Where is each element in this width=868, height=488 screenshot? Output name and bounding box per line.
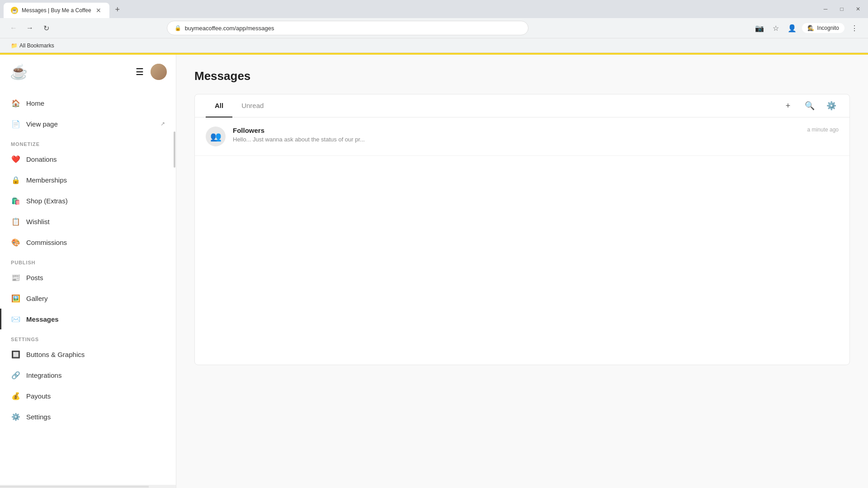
home-icon: 🏠: [11, 98, 21, 108]
main-content: Messages All Unread +: [176, 55, 868, 488]
sidebar-item-messages-label: Messages: [26, 315, 59, 323]
close-button[interactable]: ✕: [852, 3, 864, 15]
search-icon: 🔍: [805, 101, 815, 111]
integrations-icon: 🔗: [11, 370, 21, 380]
message-body: Followers Hello... Just wanna ask about …: [233, 127, 800, 143]
tab-close-icon[interactable]: ✕: [95, 7, 102, 14]
sidebar-item-home-label: Home: [26, 99, 44, 107]
incognito-badge[interactable]: 🕵️ Incognito: [802, 23, 844, 33]
address-bar[interactable]: 🔒 buymeacoffee.com/app/messages: [167, 21, 528, 35]
publish-section-label: PUBLISH: [0, 253, 176, 267]
menu-icon[interactable]: ⋮: [848, 22, 861, 34]
app-layout: ☕ ☰ 🏠 Home 📄 View page ↗: [0, 55, 868, 488]
sidebar-item-commissions[interactable]: 🎨 Commissions: [0, 232, 176, 253]
reload-button[interactable]: ↻: [40, 22, 52, 34]
messages-icon: ✉️: [11, 314, 21, 324]
sidebar-item-memberships[interactable]: 🔒 Memberships: [0, 169, 176, 190]
settings-icon: ⚙️: [11, 412, 21, 422]
message-item[interactable]: 👥 Followers Hello... Just wanna ask abou…: [195, 117, 849, 156]
logo-icon: ☕: [10, 63, 28, 80]
sidebar-item-commissions-label: Commissions: [26, 239, 67, 246]
avatar-image: [151, 64, 167, 80]
sidebar-item-payouts[interactable]: 💰 Payouts: [0, 385, 176, 406]
hamburger-icon: ☰: [136, 66, 144, 77]
sidebar-scrollbar: [173, 55, 176, 488]
tab-all[interactable]: All: [206, 94, 232, 117]
search-messages-button[interactable]: 🔍: [802, 99, 817, 113]
sidebar-item-memberships-label: Memberships: [26, 176, 67, 184]
sidebar: ☕ ☰ 🏠 Home 📄 View page ↗: [0, 55, 176, 488]
messages-container: All Unread + 🔍 ⚙️: [194, 94, 850, 365]
page-icon: 📄: [11, 119, 21, 129]
add-icon: +: [786, 101, 791, 111]
sidebar-item-posts-label: Posts: [26, 274, 43, 282]
add-message-button[interactable]: +: [781, 99, 795, 113]
logo[interactable]: ☕: [9, 62, 29, 82]
followers-avatar-icon: 👥: [210, 131, 222, 142]
sidebar-item-view-page-label: View page: [26, 120, 58, 128]
lock-icon: 🔒: [175, 25, 181, 31]
sidebar-item-shop[interactable]: 🛍️ Shop (Extras): [0, 190, 176, 211]
sidebar-item-integrations-label: Integrations: [26, 371, 61, 379]
main-inner: Messages All Unread +: [176, 55, 868, 488]
sidebar-item-home[interactable]: 🏠 Home: [0, 93, 176, 113]
messages-tabs: All Unread: [206, 94, 781, 117]
sidebar-header-actions: ☰: [132, 64, 167, 80]
messages-gear-icon: ⚙️: [826, 101, 836, 111]
message-sender: Followers: [233, 127, 800, 134]
new-tab-button[interactable]: +: [111, 3, 124, 16]
sidebar-item-donations[interactable]: ❤️ Donations: [0, 149, 176, 169]
back-button[interactable]: ←: [7, 22, 20, 34]
active-tab[interactable]: ☕ Messages | Buy Me a Coffee ✕: [4, 3, 109, 18]
sidebar-item-wishlist[interactable]: 📋 Wishlist: [0, 211, 176, 232]
extension-camera-icon[interactable]: 📷: [753, 22, 766, 34]
incognito-icon: 🕵️: [807, 25, 814, 31]
wishlist-icon: 📋: [11, 216, 21, 226]
sidebar-item-integrations[interactable]: 🔗 Integrations: [0, 365, 176, 385]
gallery-icon: 🖼️: [11, 293, 21, 303]
buttons-graphics-icon: 🔲: [11, 349, 21, 359]
sidebar-item-view-page[interactable]: 📄 View page ↗: [0, 113, 176, 134]
memberships-icon: 🔒: [11, 175, 21, 185]
sidebar-scrollbar-thumb: [174, 131, 175, 168]
sidebar-nav: 🏠 Home 📄 View page ↗ MONETIZE ❤️ Donatio…: [0, 89, 176, 485]
nav-bar: ← → ↻ 🔒 buymeacoffee.com/app/messages 📷 …: [0, 18, 868, 38]
message-preview: Hello... Just wanna ask about the status…: [233, 136, 800, 143]
hamburger-button[interactable]: ☰: [132, 65, 147, 79]
sidebar-item-messages[interactable]: ✉️ Messages: [0, 309, 176, 329]
settings-section-label: SETTINGS: [0, 329, 176, 344]
sidebar-bottom-scroll: [0, 485, 176, 488]
message-time: a minute ago: [807, 127, 839, 133]
tab-favicon: ☕: [11, 7, 18, 14]
browser-actions: 📷 ☆ 👤 🕵️ Incognito ⋮: [753, 22, 861, 34]
commissions-icon: 🎨: [11, 237, 21, 247]
sidebar-bottom-scroll-inner: [0, 486, 149, 488]
sidebar-header: ☕ ☰: [0, 55, 176, 89]
sidebar-item-settings-label: Settings: [26, 413, 51, 421]
minimize-button[interactable]: ─: [819, 3, 832, 15]
sidebar-item-payouts-label: Payouts: [26, 392, 51, 400]
messages-header: All Unread + 🔍 ⚙️: [195, 94, 849, 117]
tab-unread[interactable]: Unread: [232, 94, 273, 117]
sidebar-item-gallery[interactable]: 🖼️ Gallery: [0, 288, 176, 309]
payouts-icon: 💰: [11, 391, 21, 401]
shop-icon: 🛍️: [11, 196, 21, 206]
all-bookmarks-item[interactable]: 📁 All Bookmarks: [7, 42, 58, 50]
sidebar-item-settings[interactable]: ⚙️ Settings: [0, 406, 176, 427]
profile-icon[interactable]: 👤: [786, 22, 798, 34]
posts-icon: 📰: [11, 272, 21, 282]
url-text: buymeacoffee.com/app/messages: [185, 25, 521, 32]
maximize-button[interactable]: □: [835, 3, 848, 15]
sidebar-item-buttons-graphics[interactable]: 🔲 Buttons & Graphics: [0, 344, 176, 365]
bookmark-star-icon[interactable]: ☆: [769, 22, 782, 34]
forward-button[interactable]: →: [24, 22, 36, 34]
browser-chrome: ☕ Messages | Buy Me a Coffee ✕ + ─ □ ✕ ←…: [0, 0, 868, 53]
incognito-label: Incognito: [817, 25, 839, 31]
page-title: Messages: [194, 69, 850, 83]
tab-bar: ☕ Messages | Buy Me a Coffee ✕ + ─ □ ✕: [0, 0, 868, 18]
sidebar-item-donations-label: Donations: [26, 155, 57, 163]
avatar-button[interactable]: [151, 64, 167, 80]
bookmarks-label: All Bookmarks: [19, 42, 54, 49]
messages-settings-button[interactable]: ⚙️: [824, 99, 839, 113]
sidebar-item-posts[interactable]: 📰 Posts: [0, 267, 176, 288]
